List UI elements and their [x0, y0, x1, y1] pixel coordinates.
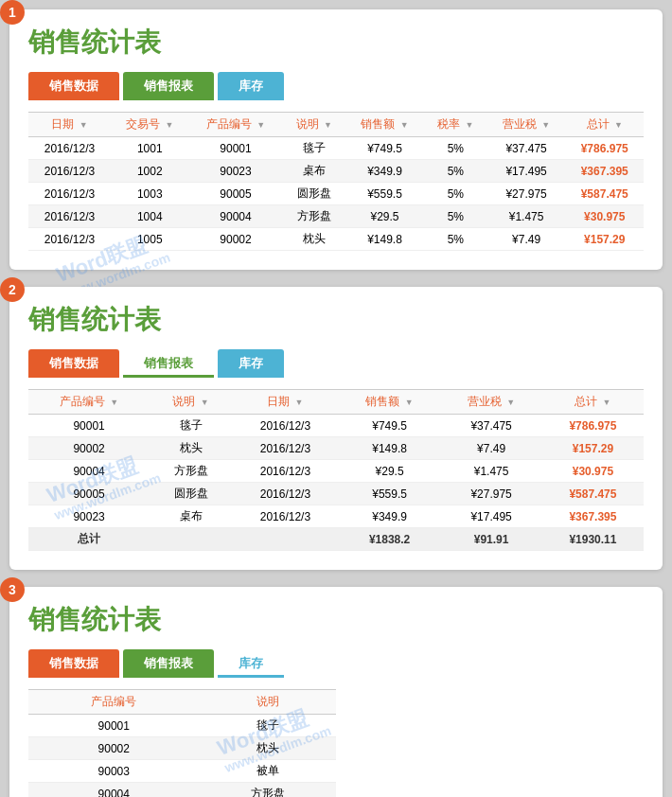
table-row: 90002: [28, 437, 150, 460]
table-2: 产品编号 ▼ 说明 ▼ 日期 ▼ 销售额 ▼ 营业税 ▼ 总计 ▼ 90001毯…: [28, 389, 644, 551]
footer-cell: ¥91.91: [440, 528, 541, 551]
tabs-3: 销售数据 销售报表 库存: [28, 649, 644, 678]
badge-2: 2: [0, 277, 25, 302]
table-row: ¥559.5: [339, 483, 440, 505]
th2-desc: 说明 ▼: [150, 390, 232, 415]
table-row: 90001: [189, 137, 283, 160]
table-row: ¥786.975: [565, 137, 644, 160]
table-row: ¥157.29: [542, 437, 644, 460]
table-row: 方形盘: [150, 460, 232, 483]
table-row: 90002: [189, 228, 283, 251]
table-row: 90004: [189, 205, 283, 228]
table-row: 1005: [111, 228, 189, 251]
table-row: ¥29.5: [339, 460, 440, 483]
footer-cell: ¥1930.11: [542, 528, 644, 551]
table-row: 毯子: [282, 137, 345, 160]
table-row: 90004: [28, 460, 150, 483]
table-row: 被单: [200, 760, 336, 783]
table-1: 日期 ▼ 交易号 ▼ 产品编号 ▼ 说明 ▼ 销售额 ▼ 税率 ▼ 营业税 ▼ …: [28, 112, 644, 251]
tab-1-sales[interactable]: 销售数据: [28, 72, 119, 100]
table-row: 1003: [111, 183, 189, 205]
table-row: 方形盘: [200, 783, 336, 798]
th-desc: 说明 ▼: [282, 113, 345, 137]
footer-cell: [150, 528, 232, 551]
table-row: 90023: [28, 505, 150, 528]
table-row: 2016/12/3: [28, 228, 111, 251]
table-row: 5%: [424, 228, 487, 251]
table-row: 90005: [28, 483, 150, 505]
table-row: 90023: [189, 160, 283, 183]
table-row: 毯子: [200, 715, 336, 737]
badge-1: 1: [0, 0, 25, 25]
badge-3: 3: [0, 577, 25, 602]
table-row: ¥27.975: [440, 483, 541, 505]
tab-1-stock[interactable]: 库存: [218, 72, 284, 100]
table-3: 产品编号 说明 90001毯子90002枕头90003被单90004方形盘: [28, 689, 336, 797]
table-row: ¥17.495: [440, 505, 541, 528]
tab-3-sales[interactable]: 销售数据: [28, 649, 119, 678]
table-row: 枕头: [150, 437, 232, 460]
table-row: ¥37.475: [440, 415, 541, 437]
table-row: 2016/12/3: [28, 160, 111, 183]
tab-3-stock[interactable]: 库存: [218, 649, 284, 678]
table-row: 桌布: [150, 505, 232, 528]
table-row: ¥30.975: [542, 460, 644, 483]
th2-total: 总计 ▼: [542, 390, 644, 415]
table-row: ¥1.475: [440, 460, 541, 483]
table-row: ¥27.975: [487, 183, 566, 205]
table-row: 5%: [424, 183, 487, 205]
th2-prod: 产品编号 ▼: [28, 390, 150, 415]
table-row: ¥1.475: [487, 205, 566, 228]
table-row: ¥149.8: [339, 437, 440, 460]
tabs-1: 销售数据 销售报表 库存: [28, 72, 644, 100]
tab-1-report[interactable]: 销售报表: [123, 72, 214, 100]
table-row: ¥7.49: [487, 228, 566, 251]
table-row: ¥29.5: [345, 205, 424, 228]
table-row: 1002: [111, 160, 189, 183]
th-date: 日期 ▼: [28, 113, 111, 137]
tab-2-stock[interactable]: 库存: [218, 349, 284, 378]
table-row: 2016/12/3: [232, 460, 339, 483]
tab-2-sales[interactable]: 销售数据: [28, 349, 119, 378]
th-sales: 销售额 ▼: [345, 113, 424, 137]
panel-2: 2 销售统计表 销售数据 销售报表 库存 Word联盟 www.wordlm.c…: [9, 287, 663, 570]
table-row: 2016/12/3: [232, 505, 339, 528]
th2-date: 日期 ▼: [232, 390, 339, 415]
tab-2-report[interactable]: 销售报表: [123, 349, 214, 378]
footer-cell: ¥1838.2: [339, 528, 440, 551]
table-row: 2016/12/3: [232, 483, 339, 505]
table-row: 90001: [28, 715, 200, 737]
table-row: 枕头: [282, 228, 345, 251]
table-row: 圆形盘: [150, 483, 232, 505]
table-row: ¥149.8: [345, 228, 424, 251]
table-row: 2016/12/3: [28, 137, 111, 160]
table-row: 圆形盘: [282, 183, 345, 205]
title-3: 销售统计表: [28, 602, 644, 638]
table-row: ¥786.975: [542, 415, 644, 437]
panel-3: 3 销售统计表 销售数据 销售报表 库存 Word联盟 www.wordlm.c…: [9, 587, 663, 797]
title-1: 销售统计表: [28, 25, 644, 61]
table-row: ¥37.475: [487, 137, 566, 160]
table-row: 5%: [424, 160, 487, 183]
table-row: 2016/12/3: [232, 415, 339, 437]
table-row: 1004: [111, 205, 189, 228]
table-row: ¥749.5: [339, 415, 440, 437]
th2-sales: 销售额 ▼: [339, 390, 440, 415]
table-row: 2016/12/3: [28, 205, 111, 228]
table-row: 5%: [424, 137, 487, 160]
table-row: ¥17.495: [487, 160, 566, 183]
table-row: 2016/12/3: [232, 437, 339, 460]
th-biz-tax: 营业税 ▼: [487, 113, 566, 137]
tab-3-report[interactable]: 销售报表: [123, 649, 214, 678]
title-2: 销售统计表: [28, 302, 644, 338]
table-row: 枕头: [200, 737, 336, 760]
th-tax-rate: 税率 ▼: [424, 113, 487, 137]
th2-biz-tax: 营业税 ▼: [440, 390, 541, 415]
table-row: 90002: [28, 737, 200, 760]
table-row: 桌布: [282, 160, 345, 183]
th3-prod: 产品编号: [28, 690, 200, 715]
table-row: ¥587.475: [565, 183, 644, 205]
table-row: ¥349.9: [345, 160, 424, 183]
footer-cell: [232, 528, 339, 551]
table-row: 1001: [111, 137, 189, 160]
